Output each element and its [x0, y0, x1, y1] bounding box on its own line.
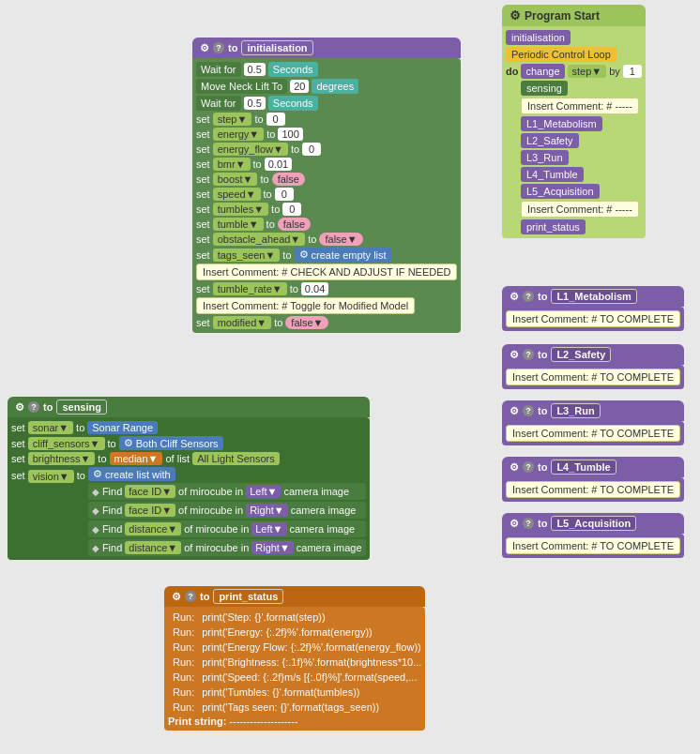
val-energy[interactable]: 100 [278, 128, 302, 141]
vision-create-header: ⚙ create list with [88, 467, 366, 481]
l4-comment-row: Insert Comment: # TO COMPLETE [506, 481, 680, 498]
find-attr-2[interactable]: face ID▼ [125, 504, 175, 517]
ps-print-label[interactable]: print_status [521, 219, 586, 234]
move-neck-label[interactable]: Move Neck Lift To [196, 79, 287, 94]
find-dir-2[interactable]: Right▼ [246, 504, 288, 517]
l3-comment: Insert Comment: # TO COMPLETE [506, 425, 680, 442]
val-boost[interactable]: false [272, 173, 305, 186]
sensing-block: ⚙ ? to sensing set sonar▼ to Sonar Range… [8, 397, 370, 560]
var-bmr[interactable]: bmr▼ [213, 158, 251, 171]
ps-l4-label[interactable]: L4_Tumble [521, 167, 584, 182]
all-light-sensors-btn[interactable]: All Light Sensors [192, 452, 280, 465]
to-label-step: to [254, 113, 263, 125]
val-tumble[interactable]: false [278, 218, 311, 231]
l5-header: ⚙ ? to L5_Acquisition [502, 513, 684, 534]
move-neck-val[interactable]: 20 [290, 80, 309, 93]
var-energy[interactable]: energy▼ [213, 128, 265, 141]
print-energy-code: print('Energy: {:.2f}%'.format(energy)) [202, 626, 373, 638]
l2-fn-name[interactable]: L2_Safety [551, 347, 611, 362]
gear-icon: ⚙ [510, 8, 521, 23]
val-step[interactable]: 0 [266, 113, 285, 126]
ps-l3-label[interactable]: L3_Run [521, 150, 569, 165]
ps-do-row: do change step▼ by 1 [506, 64, 642, 79]
var-tumble-rate[interactable]: tumble_rate▼ [213, 282, 287, 295]
l1-fn-name[interactable]: L1_Metabolism [551, 289, 636, 304]
var-modified[interactable]: modified▼ [213, 316, 271, 329]
var-speed[interactable]: speed▼ [213, 188, 261, 201]
var-tags[interactable]: tags_seen▼ [213, 249, 281, 262]
sensing-gear-icon: ⚙ [15, 401, 24, 414]
print-step-code: print('Step: {}'.format(step)) [202, 611, 325, 623]
l4-block: ⚙ ? to L4_Tumble Insert Comment: # TO CO… [502, 457, 684, 502]
ps-sensing-label[interactable]: sensing [521, 81, 568, 96]
l5-question-icon: ? [523, 518, 534, 529]
l5-body: Insert Comment: # TO COMPLETE [502, 534, 684, 558]
l5-fn-name[interactable]: L5_Acquisition [551, 516, 636, 531]
find-attr-1[interactable]: face ID▼ [125, 485, 175, 498]
val-obstacle[interactable]: false▼ [319, 233, 362, 246]
l4-body: Insert Comment: # TO COMPLETE [502, 477, 684, 502]
wait-val-2[interactable]: 0.5 [244, 97, 266, 110]
find-attr-4[interactable]: distance▼ [125, 541, 181, 554]
run-label-2: Run: [168, 626, 199, 639]
find-dir-4[interactable]: Right▼ [251, 541, 294, 554]
sensing-fn-name[interactable]: sensing [56, 400, 107, 415]
var-energy-flow[interactable]: energy_flow▼ [213, 143, 288, 156]
ps-step-var[interactable]: step▼ [568, 65, 607, 78]
ps-l5-label[interactable]: L5_Acquisition [521, 184, 600, 199]
l2-gear-icon: ⚙ [510, 349, 519, 361]
val-speed[interactable]: 0 [275, 188, 294, 201]
var-tumble[interactable]: tumble▼ [213, 218, 264, 231]
val-bmr[interactable]: 0.01 [265, 158, 292, 171]
l3-body: Insert Comment: # TO COMPLETE [502, 421, 684, 445]
var-obstacle[interactable]: obstacle_ahead▼ [213, 233, 306, 246]
find-dir-3[interactable]: Left▼ [251, 522, 286, 535]
var-tumbles[interactable]: tumbles▼ [213, 203, 268, 216]
cliff-sensors-btn[interactable]: ⚙ Both Cliff Sensors [119, 436, 223, 450]
val-tumble-rate[interactable]: 0.04 [301, 282, 328, 295]
find-dir-1[interactable]: Left▼ [246, 485, 281, 498]
ps-change-label[interactable]: change [521, 64, 564, 79]
run-label-4: Run: [168, 656, 199, 669]
ps-l1-label[interactable]: L1_Metabolism [521, 116, 602, 131]
create-icon: ⚙ [93, 468, 102, 480]
set-tumble-rate-row: set tumble_rate▼ to 0.04 [196, 282, 457, 295]
print-fn-name[interactable]: print_status [213, 589, 283, 604]
ps-comment2: Insert Comment: # ----- [521, 201, 639, 218]
l4-fn-name[interactable]: L4_Tumble [551, 460, 616, 475]
print-speed-code: print('Speed: {:.2f}m/s [{:.0f}%]'.forma… [202, 671, 417, 683]
wait-label-1[interactable]: Wait for [196, 62, 241, 77]
print-tags-code: print('Tags seen: {}'.format(tags_seen)) [202, 701, 379, 713]
l3-fn-name[interactable]: L3_Run [551, 403, 600, 418]
var-sonar[interactable]: sonar▼ [28, 421, 73, 434]
print-status-header: ⚙ ? to print_status [164, 586, 425, 607]
var-boost[interactable]: boost▼ [213, 173, 258, 186]
ps-init-label[interactable]: initialisation [506, 30, 571, 45]
var-vision[interactable]: vision▼ [28, 470, 74, 483]
create-list-btn[interactable]: ⚙ create list with [88, 467, 175, 481]
wait-label-2[interactable]: Wait for [196, 96, 241, 111]
l5-to-label: to [538, 518, 547, 529]
print-energy-flow-row: Run: print('Energy Flow: {:.2f}%'.format… [168, 641, 421, 654]
create-empty-list-btn[interactable]: ⚙ create empty list [295, 248, 391, 262]
val-tumbles[interactable]: 0 [282, 203, 301, 216]
var-brightness[interactable]: brightness▼ [28, 452, 96, 465]
median-btn[interactable]: median▼ [110, 452, 163, 465]
ps-loop-label[interactable]: Periodic Control Loop [506, 47, 616, 62]
l3-header: ⚙ ? to L3_Run [502, 400, 684, 421]
wait-val-1[interactable]: 0.5 [244, 63, 266, 76]
print-tumbles-row: Run: print('Tumbles: {}'.format(tumbles)… [168, 686, 421, 699]
l2-body: Insert Comment: # TO COMPLETE [502, 365, 684, 389]
val-modified[interactable]: false▼ [285, 316, 328, 329]
init-fn-name[interactable]: initialisation [241, 40, 312, 55]
init-gear-icon: ⚙ [200, 42, 209, 54]
ps-l2-label[interactable]: L2_Safety [521, 133, 579, 148]
print-gear-icon: ⚙ [172, 591, 181, 603]
var-step[interactable]: step▼ [213, 113, 252, 126]
run-label-6: Run: [168, 686, 199, 699]
l2-header: ⚙ ? to L2_Safety [502, 344, 684, 365]
var-cliff[interactable]: cliff_sensors▼ [28, 437, 105, 450]
val-energy-flow[interactable]: 0 [302, 143, 321, 156]
sonar-range-btn[interactable]: Sonar Range [87, 421, 158, 434]
find-attr-3[interactable]: distance▼ [125, 522, 181, 535]
